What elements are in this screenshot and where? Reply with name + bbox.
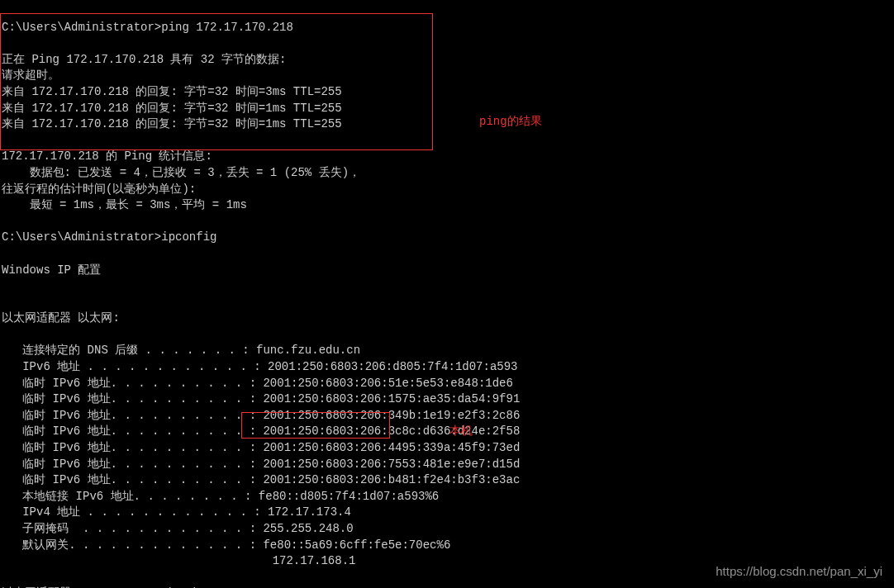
terminal-output: C:\Users\Administrator>ping 172.17.170.2… <box>0 0 894 588</box>
annotation-label-local: 本机 <box>449 424 473 440</box>
annotation-label-ping: ping的结果 <box>479 114 542 130</box>
watermark: https://blog.csdn.net/pan_xi_yi <box>716 562 882 580</box>
